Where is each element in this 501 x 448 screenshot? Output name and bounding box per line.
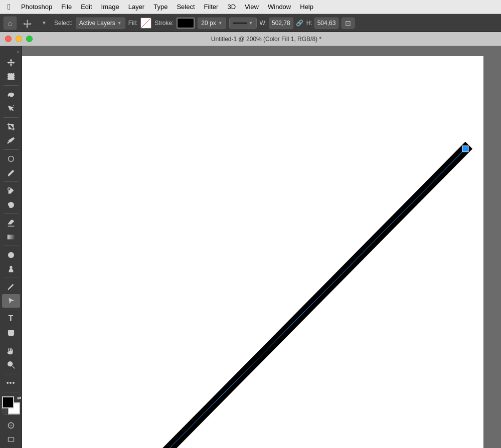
menu-type[interactable]: Type — [149, 2, 172, 12]
stroke-swatch[interactable] — [177, 18, 195, 29]
lasso-tool[interactable] — [2, 88, 20, 101]
foreground-color[interactable] — [2, 396, 14, 408]
eraser-tool[interactable] — [2, 216, 20, 230]
brush-tool[interactable] — [2, 166, 20, 179]
w-label: W: — [260, 20, 267, 27]
toolbar-collapse[interactable]: « — [0, 48, 22, 55]
svg-point-11 — [8, 362, 12, 366]
options-bar: ⌂ ▼ Select: Active Layers ▼ Fill: Stroke… — [0, 14, 501, 32]
blur-tool[interactable] — [2, 248, 20, 262]
svg-rect-14 — [8, 437, 14, 441]
menu-edit[interactable]: Edit — [77, 2, 96, 12]
move-tool[interactable] — [2, 56, 20, 69]
quick-mask-tool[interactable] — [2, 419, 20, 432]
separator-1 — [4, 85, 19, 86]
caret-icon[interactable]: ▼ — [37, 16, 51, 30]
toolbar: « — [0, 46, 22, 448]
fill-label: Fill: — [128, 20, 138, 27]
menu-image[interactable]: Image — [97, 2, 123, 12]
color-reset[interactable]: ⬛ — [1, 408, 7, 413]
color-boxes: ⬛ ⇄ — [2, 396, 20, 412]
main-layout: « — [0, 46, 501, 448]
svg-rect-6 — [7, 235, 14, 239]
crop-tool[interactable] — [2, 120, 20, 133]
minimize-button[interactable] — [16, 36, 22, 42]
eyedropper-tool[interactable] — [2, 134, 20, 147]
h-label: H: — [306, 20, 312, 27]
separator-8 — [4, 310, 19, 310]
healing-tool[interactable] — [2, 152, 20, 165]
svg-point-3 — [8, 175, 10, 176]
menu-help[interactable]: Help — [296, 2, 317, 12]
doc-left-strip — [22, 56, 61, 448]
link-icon[interactable]: 🔗 — [295, 19, 304, 28]
more-tools[interactable]: ••• — [2, 376, 20, 390]
menu-photoshop[interactable]: Photoshop — [17, 2, 56, 12]
line-style-dropdown[interactable]: ▼ — [229, 18, 257, 29]
menu-select[interactable]: Select — [173, 2, 199, 12]
align-button[interactable]: ⊡ — [342, 18, 355, 29]
separator-10 — [4, 374, 19, 374]
window-chrome: Untitled-1 @ 200% (Color Fill 1, RGB/8) … — [0, 32, 501, 46]
gradient-tool[interactable] — [2, 230, 20, 244]
width-height-group: W: 502,78 🔗 H: 504,63 — [260, 18, 339, 29]
dodge-tool[interactable] — [2, 262, 20, 276]
separator-7 — [4, 278, 19, 278]
svg-point-4 — [8, 187, 10, 190]
stroke-label: Stroke: — [154, 20, 174, 27]
screen-mode-tool[interactable] — [2, 433, 20, 446]
apple-logo[interactable]:  — [4, 2, 14, 12]
shape-tool[interactable] — [2, 326, 20, 340]
menu-filter[interactable]: Filter — [200, 2, 223, 12]
magic-wand-tool[interactable] — [2, 102, 20, 115]
doc-main — [57, 56, 483, 448]
svg-rect-10 — [8, 330, 14, 336]
height-value[interactable]: 504,63 — [314, 18, 339, 29]
marquee-tool[interactable] — [2, 70, 20, 83]
menu-3d[interactable]: 3D — [223, 2, 240, 12]
separator-6 — [4, 246, 19, 246]
separator-2 — [4, 117, 19, 118]
separator-4 — [4, 181, 19, 182]
hand-tool[interactable] — [2, 344, 20, 358]
separator-3 — [4, 149, 19, 150]
menu-view[interactable]: View — [241, 2, 263, 12]
svg-point-9 — [8, 289, 9, 290]
window-title: Untitled-1 @ 200% (Color Fill 1, RGB/8) … — [37, 36, 496, 43]
maximize-button[interactable] — [26, 36, 33, 42]
svg-point-8 — [10, 266, 12, 268]
separator-color — [4, 392, 19, 392]
separator-9 — [4, 342, 19, 342]
text-tool[interactable]: T — [2, 312, 20, 326]
zoom-tool[interactable] — [2, 358, 20, 372]
history-brush-tool[interactable] — [2, 198, 20, 211]
width-value[interactable]: 502,78 — [269, 18, 293, 29]
menu-bar:  Photoshop File Edit Image Layer Type S… — [0, 0, 501, 14]
close-button[interactable] — [5, 36, 12, 42]
pen-tool[interactable] — [2, 280, 20, 294]
separator-bottom — [4, 414, 19, 415]
clone-stamp-tool[interactable] — [2, 184, 20, 197]
path-selection-tool[interactable] — [2, 294, 20, 308]
fill-swatch[interactable] — [140, 18, 151, 29]
menu-layer[interactable]: Layer — [124, 2, 149, 12]
bottom-tools — [2, 419, 20, 446]
active-layers-dropdown[interactable]: Active Layers ▼ — [76, 18, 125, 29]
svg-rect-0 — [8, 74, 14, 80]
menu-window[interactable]: Window — [264, 2, 295, 12]
home-button[interactable]: ⌂ — [3, 16, 17, 30]
svg-line-12 — [12, 366, 15, 369]
separator-5 — [4, 213, 19, 214]
move-tool-icon[interactable] — [20, 16, 34, 30]
canvas-area[interactable] — [22, 46, 501, 448]
stroke-size-dropdown[interactable]: 20 px ▼ — [198, 18, 226, 29]
select-label: Select: — [54, 20, 73, 27]
svg-point-2 — [8, 156, 14, 161]
menu-file[interactable]: File — [57, 2, 76, 12]
color-swap[interactable]: ⇄ — [17, 395, 21, 401]
svg-point-7 — [8, 252, 14, 258]
